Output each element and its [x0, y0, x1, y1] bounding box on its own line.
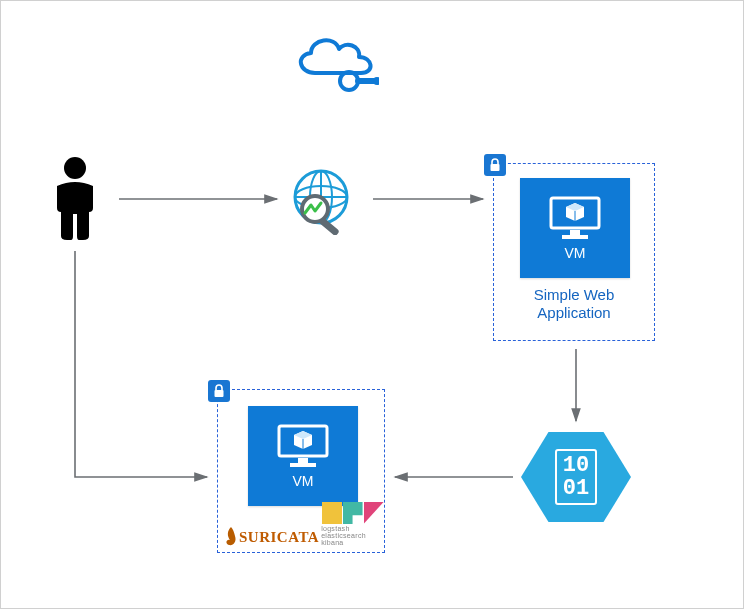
architecture-diagram: VM Simple WebApplication VM SURICATA [0, 0, 744, 609]
connectors [1, 1, 744, 609]
